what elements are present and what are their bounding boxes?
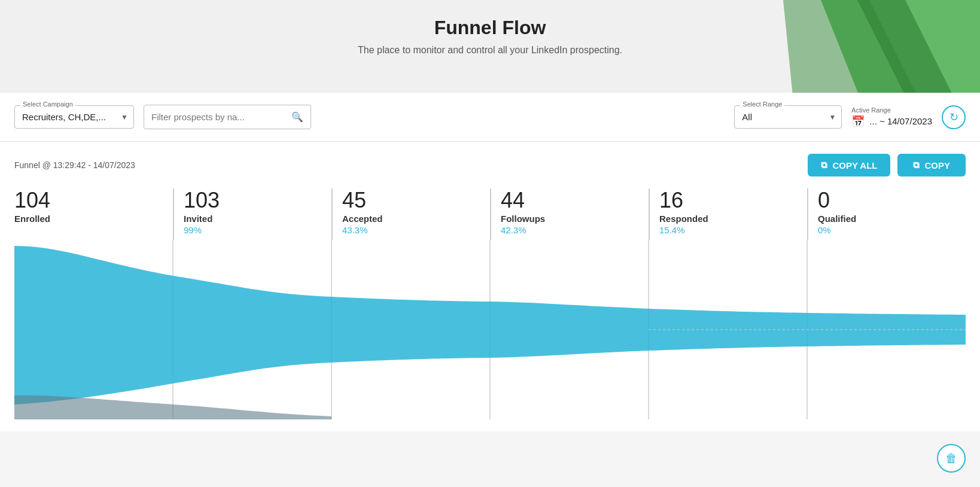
metric-followups-label: Followups (501, 214, 649, 224)
funnel-svg (14, 240, 966, 419)
controls-bar: Select Campaign Recruiters, CH,DE,... ▼ … (0, 93, 980, 142)
range-select-label: Select Range (740, 101, 784, 108)
metric-qualified-pct: 0% (818, 225, 966, 235)
metric-followups-pct: 42.3% (501, 225, 649, 235)
funnel-chart (14, 240, 966, 419)
page-header: Funnel Flow The place to monitor and con… (0, 0, 980, 93)
active-range-label: Active Range (851, 106, 932, 114)
metric-enrolled-pct (14, 225, 173, 235)
metric-invited-pct: 99% (184, 225, 331, 235)
active-range-text: ... ~ 14/07/2023 (869, 116, 932, 126)
campaign-select-label: Select Campaign (20, 101, 75, 108)
page-subtitle: The place to monitor and control all you… (12, 45, 968, 56)
metric-accepted: 45 Accepted 43.3% (331, 188, 490, 240)
metric-responded-pct: 15.4% (659, 225, 807, 235)
metric-responded: 16 Responded 15.4% (649, 188, 807, 240)
metric-responded-value: 16 (659, 188, 807, 212)
search-wrapper: 🔍 (144, 105, 311, 129)
metric-qualified: 0 Qualified 0% (807, 188, 966, 240)
copy-all-label: COPY ALL (832, 160, 877, 171)
metric-enrolled: 104 Enrolled (14, 188, 173, 240)
metric-invited-label: Invited (184, 214, 331, 224)
active-range-wrapper: Active Range 📅 ... ~ 14/07/2023 (851, 106, 932, 128)
funnel-metrics: 104 Enrolled 103 Invited 99% 45 Accepted… (14, 188, 966, 240)
metric-followups: 44 Followups 42.3% (490, 188, 649, 240)
funnel-area: Funnel @ 13:29:42 - 14/07/2023 ⧉ COPY AL… (0, 142, 980, 431)
active-range-value: 📅 ... ~ 14/07/2023 (851, 115, 932, 128)
metric-responded-label: Responded (659, 214, 807, 224)
metric-accepted-value: 45 (342, 188, 490, 212)
search-icon: 🔍 (291, 111, 303, 123)
metric-qualified-label: Qualified (818, 214, 966, 224)
metric-enrolled-value: 104 (14, 188, 173, 212)
copy-all-icon: ⧉ (821, 160, 827, 171)
copy-all-button[interactable]: ⧉ COPY ALL (808, 154, 890, 176)
funnel-actions: ⧉ COPY ALL ⧉ COPY (808, 154, 966, 176)
refresh-button[interactable]: ↻ (942, 105, 966, 129)
page-title: Funnel Flow (12, 17, 968, 39)
funnel-header: Funnel @ 13:29:42 - 14/07/2023 ⧉ COPY AL… (14, 154, 966, 176)
metric-accepted-label: Accepted (342, 214, 490, 224)
copy-icon: ⧉ (913, 160, 920, 171)
calendar-icon: 📅 (851, 115, 865, 128)
campaign-select-wrapper: Select Campaign Recruiters, CH,DE,... ▼ (14, 105, 134, 129)
search-input[interactable] (151, 112, 288, 122)
metric-invited: 103 Invited 99% (173, 188, 331, 240)
range-select[interactable]: All Last 7 days Last 30 days Custom (734, 105, 842, 129)
funnel-timestamp: Funnel @ 13:29:42 - 14/07/2023 (14, 160, 135, 170)
metric-enrolled-label: Enrolled (14, 214, 173, 224)
copy-label: COPY (924, 160, 950, 171)
metric-followups-value: 44 (501, 188, 649, 212)
campaign-select[interactable]: Recruiters, CH,DE,... (14, 105, 134, 129)
copy-button[interactable]: ⧉ COPY (897, 154, 966, 176)
metric-accepted-pct: 43.3% (342, 225, 490, 235)
metric-invited-value: 103 (184, 188, 331, 212)
range-select-wrapper: Select Range All Last 7 days Last 30 day… (734, 105, 842, 129)
metric-qualified-value: 0 (818, 188, 966, 212)
